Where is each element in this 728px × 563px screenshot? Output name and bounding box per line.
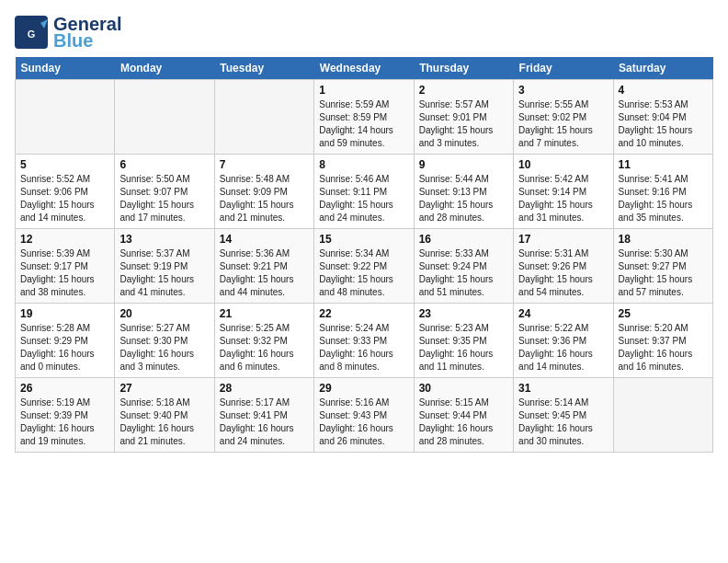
calendar-cell: 6Sunrise: 5:50 AM Sunset: 9:07 PM Daylig… <box>115 155 214 229</box>
day-info: Sunrise: 5:30 AM Sunset: 9:27 PM Dayligh… <box>619 247 708 299</box>
day-number: 26 <box>20 382 109 395</box>
day-number: 8 <box>319 158 408 171</box>
day-number: 27 <box>119 382 209 395</box>
calendar-cell: 8Sunrise: 5:46 AM Sunset: 9:11 PM Daylig… <box>314 155 414 229</box>
day-info: Sunrise: 5:33 AM Sunset: 9:24 PM Dayligh… <box>419 247 508 299</box>
calendar-cell: 10Sunrise: 5:42 AM Sunset: 9:14 PM Dayli… <box>514 155 613 229</box>
calendar-cell: 5Sunrise: 5:52 AM Sunset: 9:06 PM Daylig… <box>16 155 115 229</box>
calendar-cell: 31Sunrise: 5:14 AM Sunset: 9:45 PM Dayli… <box>514 378 613 453</box>
calendar-cell: 12Sunrise: 5:39 AM Sunset: 9:17 PM Dayli… <box>16 229 115 304</box>
day-info: Sunrise: 5:37 AM Sunset: 9:19 PM Dayligh… <box>119 247 209 299</box>
day-number: 21 <box>220 307 309 320</box>
calendar-header-row: SundayMondayTuesdayWednesdayThursdayFrid… <box>16 57 713 80</box>
calendar-cell: 28Sunrise: 5:17 AM Sunset: 9:41 PM Dayli… <box>214 378 313 453</box>
day-number: 24 <box>518 307 608 320</box>
calendar-cell <box>16 80 115 155</box>
day-number: 23 <box>419 307 508 320</box>
day-number: 17 <box>518 233 608 246</box>
day-info: Sunrise: 5:46 AM Sunset: 9:11 PM Dayligh… <box>319 173 408 224</box>
day-number: 18 <box>619 233 708 246</box>
svg-text:G: G <box>28 29 36 40</box>
day-info: Sunrise: 5:27 AM Sunset: 9:30 PM Dayligh… <box>119 322 209 373</box>
calendar-cell: 2Sunrise: 5:57 AM Sunset: 9:01 PM Daylig… <box>414 80 513 155</box>
day-number: 5 <box>20 158 109 171</box>
day-number: 12 <box>20 233 109 246</box>
calendar-cell: 21Sunrise: 5:25 AM Sunset: 9:32 PM Dayli… <box>214 304 313 378</box>
day-info: Sunrise: 5:17 AM Sunset: 9:41 PM Dayligh… <box>220 396 309 448</box>
day-info: Sunrise: 5:25 AM Sunset: 9:32 PM Dayligh… <box>220 322 309 373</box>
day-number: 28 <box>220 382 309 395</box>
day-info: Sunrise: 5:55 AM Sunset: 9:02 PM Dayligh… <box>518 98 608 150</box>
calendar-cell: 17Sunrise: 5:31 AM Sunset: 9:26 PM Dayli… <box>514 229 613 304</box>
calendar-cell: 18Sunrise: 5:30 AM Sunset: 9:27 PM Dayli… <box>613 229 712 304</box>
day-info: Sunrise: 5:18 AM Sunset: 9:40 PM Dayligh… <box>119 396 209 448</box>
calendar-table: SundayMondayTuesdayWednesdayThursdayFrid… <box>15 57 713 453</box>
calendar-cell: 24Sunrise: 5:22 AM Sunset: 9:36 PM Dayli… <box>514 304 613 378</box>
logo-text-line2: Blue <box>53 31 121 50</box>
day-number: 10 <box>518 158 608 171</box>
calendar-cell: 1Sunrise: 5:59 AM Sunset: 8:59 PM Daylig… <box>314 80 414 155</box>
day-number: 14 <box>220 233 309 246</box>
calendar-cell <box>214 80 313 155</box>
calendar-cell: 19Sunrise: 5:28 AM Sunset: 9:29 PM Dayli… <box>16 304 115 378</box>
day-info: Sunrise: 5:34 AM Sunset: 9:22 PM Dayligh… <box>319 247 408 299</box>
calendar-cell: 20Sunrise: 5:27 AM Sunset: 9:30 PM Dayli… <box>115 304 214 378</box>
logo-icon: G <box>15 16 48 49</box>
col-header-friday: Friday <box>514 57 613 80</box>
day-number: 11 <box>619 158 708 171</box>
calendar-cell <box>115 80 214 155</box>
day-number: 4 <box>619 84 708 97</box>
calendar-cell: 15Sunrise: 5:34 AM Sunset: 9:22 PM Dayli… <box>314 229 414 304</box>
calendar-week-row: 5Sunrise: 5:52 AM Sunset: 9:06 PM Daylig… <box>16 155 713 229</box>
calendar-week-row: 12Sunrise: 5:39 AM Sunset: 9:17 PM Dayli… <box>16 229 713 304</box>
day-info: Sunrise: 5:42 AM Sunset: 9:14 PM Dayligh… <box>518 173 608 224</box>
day-number: 7 <box>220 158 309 171</box>
day-info: Sunrise: 5:36 AM Sunset: 9:21 PM Dayligh… <box>220 247 309 299</box>
day-info: Sunrise: 5:50 AM Sunset: 9:07 PM Dayligh… <box>119 173 209 224</box>
calendar-cell: 3Sunrise: 5:55 AM Sunset: 9:02 PM Daylig… <box>514 80 613 155</box>
day-number: 2 <box>419 84 508 97</box>
day-number: 6 <box>119 158 209 171</box>
calendar-cell: 25Sunrise: 5:20 AM Sunset: 9:37 PM Dayli… <box>613 304 712 378</box>
day-info: Sunrise: 5:59 AM Sunset: 8:59 PM Dayligh… <box>319 98 408 150</box>
day-number: 16 <box>419 233 508 246</box>
calendar-week-row: 19Sunrise: 5:28 AM Sunset: 9:29 PM Dayli… <box>16 304 713 378</box>
calendar-cell: 13Sunrise: 5:37 AM Sunset: 9:19 PM Dayli… <box>115 229 214 304</box>
day-info: Sunrise: 5:52 AM Sunset: 9:06 PM Dayligh… <box>20 173 109 224</box>
day-number: 20 <box>119 307 209 320</box>
col-header-sunday: Sunday <box>16 57 115 80</box>
day-info: Sunrise: 5:23 AM Sunset: 9:35 PM Dayligh… <box>419 322 508 373</box>
calendar-week-row: 26Sunrise: 5:19 AM Sunset: 9:39 PM Dayli… <box>16 378 713 453</box>
col-header-saturday: Saturday <box>613 57 712 80</box>
day-number: 3 <box>518 84 608 97</box>
day-number: 31 <box>518 382 608 395</box>
day-info: Sunrise: 5:15 AM Sunset: 9:44 PM Dayligh… <box>419 396 508 448</box>
col-header-thursday: Thursday <box>414 57 513 80</box>
day-info: Sunrise: 5:16 AM Sunset: 9:43 PM Dayligh… <box>319 396 408 448</box>
calendar-week-row: 1Sunrise: 5:59 AM Sunset: 8:59 PM Daylig… <box>16 80 713 155</box>
calendar-cell: 14Sunrise: 5:36 AM Sunset: 9:21 PM Dayli… <box>214 229 313 304</box>
page-header: G General Blue <box>15 15 713 50</box>
calendar-cell: 7Sunrise: 5:48 AM Sunset: 9:09 PM Daylig… <box>214 155 313 229</box>
calendar-cell: 27Sunrise: 5:18 AM Sunset: 9:40 PM Dayli… <box>115 378 214 453</box>
day-info: Sunrise: 5:31 AM Sunset: 9:26 PM Dayligh… <box>518 247 608 299</box>
col-header-wednesday: Wednesday <box>314 57 414 80</box>
day-number: 29 <box>319 382 408 395</box>
day-number: 1 <box>319 84 408 97</box>
day-number: 13 <box>119 233 209 246</box>
day-info: Sunrise: 5:41 AM Sunset: 9:16 PM Dayligh… <box>619 173 708 224</box>
day-number: 22 <box>319 307 408 320</box>
day-info: Sunrise: 5:14 AM Sunset: 9:45 PM Dayligh… <box>518 396 608 448</box>
calendar-cell: 4Sunrise: 5:53 AM Sunset: 9:04 PM Daylig… <box>613 80 712 155</box>
day-info: Sunrise: 5:44 AM Sunset: 9:13 PM Dayligh… <box>419 173 508 224</box>
day-info: Sunrise: 5:28 AM Sunset: 9:29 PM Dayligh… <box>20 322 109 373</box>
calendar-cell: 26Sunrise: 5:19 AM Sunset: 9:39 PM Dayli… <box>16 378 115 453</box>
day-info: Sunrise: 5:57 AM Sunset: 9:01 PM Dayligh… <box>419 98 508 150</box>
day-info: Sunrise: 5:22 AM Sunset: 9:36 PM Dayligh… <box>518 322 608 373</box>
day-info: Sunrise: 5:48 AM Sunset: 9:09 PM Dayligh… <box>220 173 309 224</box>
day-number: 9 <box>419 158 508 171</box>
calendar-cell: 16Sunrise: 5:33 AM Sunset: 9:24 PM Dayli… <box>414 229 513 304</box>
day-number: 25 <box>619 307 708 320</box>
day-number: 19 <box>20 307 109 320</box>
calendar-cell: 9Sunrise: 5:44 AM Sunset: 9:13 PM Daylig… <box>414 155 513 229</box>
